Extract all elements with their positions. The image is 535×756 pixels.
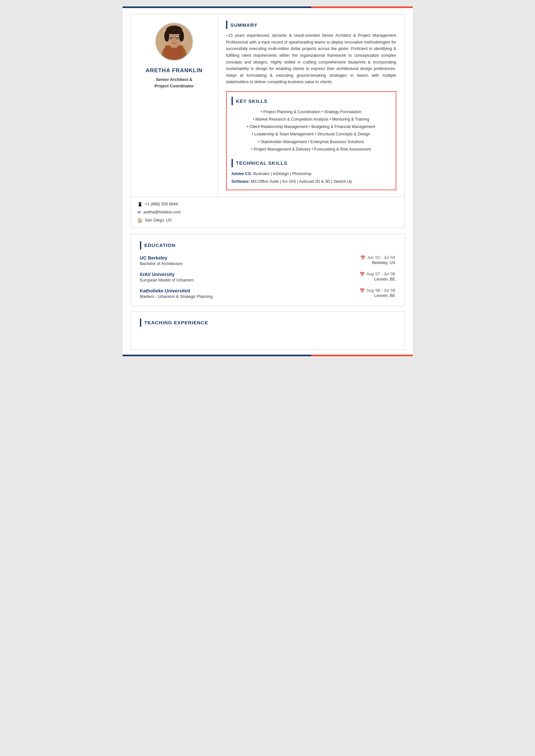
calendar-icon-3: 📅 bbox=[359, 288, 365, 293]
calendar-icon-2: 📅 bbox=[359, 272, 365, 277]
education-item-1: UC Berkeley 📅 Jun '01 - Jul '04 Bachelor… bbox=[140, 255, 395, 266]
education-item-2: IUAV University 📅 Aug '07 - Jul '08 Euro… bbox=[140, 272, 395, 283]
skill-item-4: • Leadership & Team Management • Structu… bbox=[232, 131, 391, 138]
svg-point-16 bbox=[170, 37, 172, 39]
svg-point-18 bbox=[173, 40, 175, 41]
key-skills-title: KEY SKILLS bbox=[236, 98, 268, 104]
edu-date-3: 📅 Aug '08 - Jul '09 bbox=[359, 288, 395, 293]
teaching-section: TEACHING EXPERIENCE bbox=[130, 311, 405, 350]
summary-title: SUMMARY bbox=[231, 22, 258, 28]
tech-skill-2: Software: MS Office Suite | Arc GIS | Au… bbox=[232, 178, 391, 185]
edu-degree-3: Masters - Urbanism & Strategic Planning bbox=[140, 294, 213, 299]
technical-skills-title: TECHNICAL SKILLS bbox=[236, 160, 288, 166]
skill-item-5: • Stakeholder Management • Enterprise Bu… bbox=[232, 138, 391, 146]
edu-location-3: Leuven, BE bbox=[375, 293, 395, 299]
education-section: EDUCATION UC Berkeley 📅 Jun '01 - Jul '0… bbox=[130, 234, 405, 306]
edu-institution-1: UC Berkeley bbox=[140, 255, 167, 260]
edu-location-2: Leuven, BE bbox=[375, 277, 395, 283]
section-border-education bbox=[140, 241, 141, 250]
skill-item-1: • Project Planning & Coordination • Stra… bbox=[232, 108, 391, 116]
education-item-3: Katholieke Universiteit 📅 Aug '08 - Jul … bbox=[140, 288, 395, 299]
key-skills-list: • Project Planning & Coordination • Stra… bbox=[232, 108, 391, 153]
svg-point-17 bbox=[176, 37, 178, 39]
email-icon: ✉ bbox=[137, 210, 141, 215]
teaching-title: TEACHING EXPERIENCE bbox=[145, 320, 208, 325]
skills-container: KEY SKILLS • Project Planning & Coordina… bbox=[226, 91, 396, 190]
key-skills-section: KEY SKILLS • Project Planning & Coordina… bbox=[232, 97, 391, 153]
tech-skill-1: Adobe CS: Illustrator | InDesign | Photo… bbox=[232, 171, 391, 177]
location-icon: 🏠 bbox=[137, 218, 143, 223]
education-title: EDUCATION bbox=[145, 242, 176, 248]
candidate-name: ARETHA FRANKLiN bbox=[146, 68, 203, 74]
contact-location: 🏠 San Diego, US bbox=[137, 218, 211, 223]
calendar-icon-1: 📅 bbox=[360, 255, 365, 260]
avatar-image bbox=[156, 23, 192, 60]
summary-text: ~15 years experienced, dynamic & result-… bbox=[226, 32, 396, 85]
edu-date-2: 📅 Aug '07 - Jul '08 bbox=[359, 272, 395, 277]
edu-location-1: Berkeley, US bbox=[372, 260, 395, 266]
svg-rect-13 bbox=[166, 29, 182, 34]
skill-item-3: • Client Relationship Management • Budge… bbox=[232, 123, 391, 131]
contact-email: ✉ aretha@hiration.com bbox=[137, 210, 211, 215]
edu-degree-1: Bachelor of Architecture bbox=[140, 261, 183, 266]
section-border-summary bbox=[226, 21, 227, 29]
section-border-key-skills bbox=[232, 97, 233, 105]
edu-institution-3: Katholieke Universiteit bbox=[140, 288, 190, 293]
technical-skills-section: TECHNICAL SKILLS Adobe CS: Illustrator |… bbox=[232, 159, 391, 185]
edu-degree-2: European Master of Urbanism bbox=[140, 278, 194, 283]
edu-date-1: 📅 Jun '01 - Jul '04 bbox=[360, 255, 395, 260]
section-border-tech-skills bbox=[232, 159, 233, 167]
skill-item-6: • Project Management & Delivery • Foreca… bbox=[232, 146, 391, 153]
contact-phone: 📱 +1 (888) 555 6644 bbox=[137, 202, 211, 207]
section-border-teaching bbox=[140, 318, 141, 327]
summary-section: SUMMARY ~15 years experienced, dynamic &… bbox=[226, 21, 396, 85]
edu-institution-2: IUAV University bbox=[140, 272, 175, 277]
skill-item-2: • Market Research & Competition Analysis… bbox=[232, 116, 391, 123]
phone-icon: 📱 bbox=[137, 202, 143, 207]
job-title: Senior Architect & Project Coordinator bbox=[155, 76, 194, 89]
